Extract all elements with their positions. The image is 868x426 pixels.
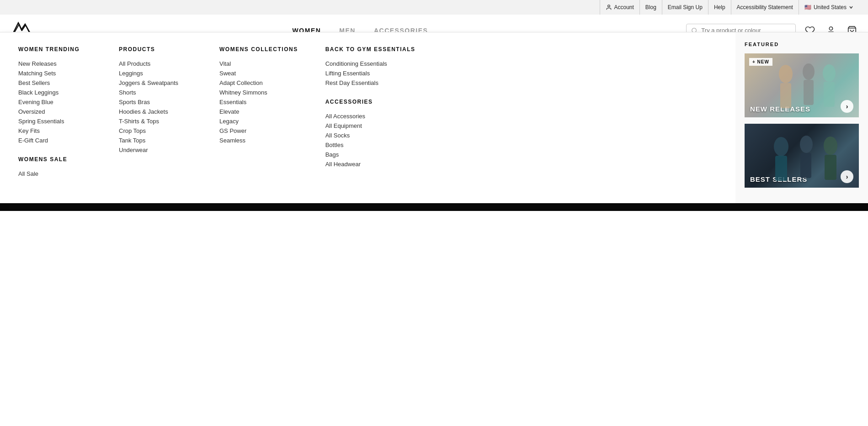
account-label: Account [614,4,634,11]
svg-point-6 [803,63,815,80]
best-sellers-image: BEST SELLERS › [745,124,859,188]
link-legacy[interactable]: Legacy [219,116,298,126]
link-whitney-simmons[interactable]: Whitney Simmons [219,88,298,97]
link-sweat[interactable]: Sweat [219,68,298,78]
blog-link[interactable]: Blog [640,0,662,15]
women-trending-title: WOMEN TRENDING [18,46,91,53]
mega-menu: WOMEN TRENDING New Releases Matching Set… [0,32,868,203]
link-new-releases[interactable]: New Releases [18,59,91,68]
link-gs-power[interactable]: GS Power [219,126,298,136]
link-all-sale[interactable]: All Sale [18,169,91,179]
back-to-gym-title: BACK TO GYM ESSENTIALS [325,46,415,53]
link-black-leggings[interactable]: Black Leggings [18,88,91,97]
svg-rect-5 [780,83,791,108]
svg-point-8 [823,64,836,82]
best-sellers-artwork [745,124,859,188]
link-vital[interactable]: Vital [219,59,298,68]
link-shorts[interactable]: Shorts [119,88,192,97]
link-lifting-essentials[interactable]: Lifting Essentials [325,68,415,78]
products-col: PRODUCTS All Products Leggings Joggers &… [119,46,192,185]
womens-collections-title: WOMENS COLLECTIONS [219,46,298,53]
link-evening-blue[interactable]: Evening Blue [18,97,91,107]
link-tshirts-tops[interactable]: T-Shirts & Tops [119,116,192,126]
link-best-sellers[interactable]: Best Sellers [18,78,91,88]
link-egift-card[interactable]: E-Gift Card [18,136,91,145]
featured-card-new-releases[interactable]: + NEW NEW RELEASES › [745,53,859,117]
link-all-accessories[interactable]: All Accessories [325,111,415,121]
svg-point-12 [800,136,813,153]
account-link[interactable]: Account [600,0,639,15]
link-tank-tops[interactable]: Tank Tops [119,136,192,145]
link-adapt-collection[interactable]: Adapt Collection [219,78,298,88]
link-hoodies-jackets[interactable]: Hoodies & Jackets [119,107,192,116]
link-essentials[interactable]: Essentials [219,97,298,107]
link-all-socks[interactable]: All Socks [325,131,415,140]
link-rest-day-essentials[interactable]: Rest Day Essentials [325,78,415,88]
mega-menu-content: WOMEN TRENDING New Releases Matching Set… [0,32,735,203]
link-all-headwear[interactable]: All Headwear [325,159,415,169]
svg-point-4 [779,65,793,83]
person-icon [606,4,612,11]
link-elevate[interactable]: Elevate [219,107,298,116]
featured-title: FEATURED [745,42,859,47]
link-joggers-sweatpants[interactable]: Joggers & Sweatpants [119,78,192,88]
back-to-gym-col: BACK TO GYM ESSENTIALS Conditioning Esse… [325,46,415,185]
link-bottles[interactable]: Bottles [325,140,415,150]
women-trending-col: WOMEN TRENDING New Releases Matching Set… [18,46,91,185]
accessibility-link[interactable]: Accessibility Statement [731,0,799,15]
accessories-title: ACCESSORIES [325,99,415,105]
link-key-fits[interactable]: Key Fits [18,126,91,136]
svg-point-2 [829,26,832,30]
new-releases-image: + NEW NEW RELEASES › [745,53,859,117]
link-bags[interactable]: Bags [325,150,415,159]
svg-point-10 [774,137,788,156]
womens-sale-title: WOMENS SALE [18,156,91,163]
region-selector[interactable]: 🇺🇸 United States [799,4,859,11]
link-oversized[interactable]: Oversized [18,107,91,116]
link-crop-tops[interactable]: Crop Tops [119,126,192,136]
email-signup-link[interactable]: Email Sign Up [662,0,708,15]
flag-icon: 🇺🇸 [804,4,811,11]
svg-point-14 [824,137,837,155]
link-all-products[interactable]: All Products [119,59,192,68]
link-seamless[interactable]: Seamless [219,136,298,145]
products-title: PRODUCTS [119,46,192,53]
svg-point-0 [608,5,610,7]
link-sports-bras[interactable]: Sports Bras [119,97,192,107]
svg-rect-9 [824,82,835,107]
svg-rect-13 [800,153,811,178]
svg-rect-7 [804,80,814,105]
region-label: United States [814,4,847,11]
link-all-equipment[interactable]: All Equipment [325,121,415,131]
link-spring-essentials[interactable]: Spring Essentials [18,116,91,126]
featured-card-best-sellers[interactable]: BEST SELLERS › [745,124,859,188]
link-conditioning-essentials[interactable]: Conditioning Essentials [325,59,415,68]
help-link[interactable]: Help [708,0,731,15]
chevron-down-icon [849,5,853,10]
womens-collections-col: WOMENS COLLECTIONS Vital Sweat Adapt Col… [219,46,298,185]
utility-bar: Account Blog Email Sign Up Help Accessib… [0,0,868,15]
new-badge: + NEW [749,58,772,66]
featured-panel: FEATURED + NEW NEW RELEASES › [735,32,868,203]
svg-rect-15 [825,155,836,180]
svg-rect-11 [775,156,787,181]
link-matching-sets[interactable]: Matching Sets [18,68,91,78]
link-underwear[interactable]: Underwear [119,145,192,155]
link-leggings[interactable]: Leggings [119,68,192,78]
